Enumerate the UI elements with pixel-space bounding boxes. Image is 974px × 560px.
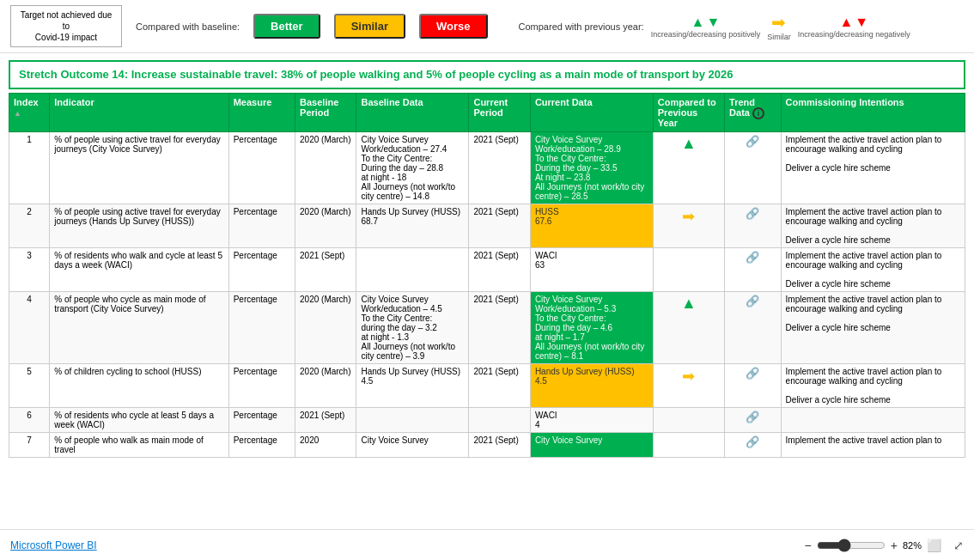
powerbi-link[interactable]: Microsoft Power BI	[10, 539, 97, 551]
cell-baseline-period: 2021 (Sept)	[295, 408, 356, 433]
th-baseline-period: Baseline Period	[295, 94, 356, 132]
main-content: Stretch Outcome 14: Increase sustainable…	[0, 53, 974, 465]
badge-worse[interactable]: Worse	[419, 14, 488, 39]
target-box: Target not achieved due to Covid-19 impa…	[10, 5, 122, 47]
cell-commissioning	[781, 408, 965, 433]
cell-commissioning: Implement the active travel action plan …	[781, 132, 965, 204]
cell-compared	[653, 433, 724, 458]
cell-baseline-data: Hands Up Survey (HUSS) 4.5	[356, 364, 469, 408]
cell-trend[interactable]: 🔗	[725, 204, 781, 248]
cell-trend[interactable]: 🔗	[725, 433, 781, 458]
cell-baseline-data	[356, 408, 469, 433]
cell-baseline-period: 2020 (March)	[295, 364, 356, 408]
cell-measure: Percentage	[228, 248, 295, 292]
cell-current-period: 2021 (Sept)	[469, 292, 530, 364]
cell-commissioning: Implement the active travel action plan …	[781, 364, 965, 408]
compared-baseline-label: Compared with baseline:	[136, 21, 240, 32]
trend-link-icon[interactable]: 🔗	[746, 435, 759, 448]
cell-measure: Percentage	[228, 132, 295, 204]
cell-indicator: % of residents who walk and cycle at lea…	[50, 248, 228, 292]
cell-current-period: 2021 (Sept)	[469, 248, 530, 292]
zoom-minus-button[interactable]: −	[805, 539, 812, 552]
cell-compared: ▲	[653, 292, 724, 364]
cell-current-period: 2021 (Sept)	[469, 132, 530, 204]
arrows-increasing-decreasing-pos: ▲ ▼ Increasing/decreasing positively	[651, 15, 761, 39]
cell-current-data: WACI 63	[530, 248, 653, 292]
cell-index: 2	[9, 204, 50, 248]
trend-link-icon[interactable]: 🔗	[746, 207, 759, 220]
zoom-percent: 82%	[903, 540, 922, 551]
table-row: 7% of people who walk as main mode of tr…	[9, 433, 965, 458]
th-indicator: Indicator	[50, 94, 228, 132]
arrows-increasing-decreasing-neg: ▲ ▼ Increasing/decreasing negatively	[798, 15, 910, 39]
cell-baseline-data: City Voice Survey	[356, 433, 469, 458]
cell-baseline-period: 2021 (Sept)	[295, 248, 356, 292]
cell-compared: ▲	[653, 132, 724, 204]
trend-right-arrow: ➡	[682, 368, 695, 385]
trend-link-icon[interactable]: 🔗	[746, 411, 759, 423]
cell-measure: Percentage	[228, 408, 295, 433]
trend-link-icon[interactable]: 🔗	[746, 135, 759, 148]
sort-arrow-index[interactable]: ▲	[14, 109, 21, 118]
cell-commissioning: Implement the active travel action plan …	[781, 433, 965, 458]
cell-index: 7	[9, 433, 50, 458]
cell-compared	[653, 248, 724, 292]
stretch-title: Stretch Outcome 14: Increase sustainable…	[9, 60, 965, 89]
table-row: 3% of residents who walk and cycle at le…	[9, 248, 965, 292]
cell-index: 6	[9, 408, 50, 433]
arrows-similar: ➡ Similar	[767, 12, 791, 41]
cell-current-period: 2021 (Sept)	[469, 204, 530, 248]
cell-indicator: % of children cycling to school (HUSS)	[50, 364, 228, 408]
th-measure: Measure	[228, 94, 295, 132]
cell-trend[interactable]: 🔗	[725, 132, 781, 204]
trend-up-arrow: ▲	[681, 295, 697, 312]
expand-icon[interactable]: ⤢	[953, 539, 964, 552]
cell-measure: Percentage	[228, 433, 295, 458]
cell-current-data: HUSS 67.6	[530, 204, 653, 248]
prev-year-section: Compared with previous year: ▲ ▼ Increas…	[519, 12, 910, 41]
cell-trend[interactable]: 🔗	[725, 292, 781, 364]
cell-compared: ➡	[653, 204, 724, 248]
arrow-up-green: ▲	[691, 15, 705, 30]
window-icon[interactable]: ⬜	[927, 539, 941, 552]
cell-measure: Percentage	[228, 292, 295, 364]
cell-current-data: WACI 4	[530, 408, 653, 433]
badge-similar[interactable]: Similar	[334, 14, 405, 39]
cell-baseline-data: Hands Up Survey (HUSS) 68.7	[356, 204, 469, 248]
cell-current-data: Hands Up Survey (HUSS) 4.5	[530, 364, 653, 408]
cell-current-data: City Voice Survey	[530, 433, 653, 458]
cell-indicator: % of people using active travel for ever…	[50, 204, 228, 248]
trend-up-arrow: ▲	[681, 135, 697, 152]
cell-baseline-period: 2020 (March)	[295, 292, 356, 364]
zoom-slider[interactable]	[817, 539, 886, 552]
trend-link-icon[interactable]: 🔗	[746, 367, 759, 380]
cell-commissioning: Implement the active travel action plan …	[781, 292, 965, 364]
arrow-right-yellow: ➡	[771, 12, 786, 33]
cell-measure: Percentage	[228, 204, 295, 248]
th-current-data: Current Data	[530, 94, 653, 132]
badge-better[interactable]: Better	[253, 14, 320, 39]
cell-indicator: % of people who cycle as main mode of tr…	[50, 292, 228, 364]
zoom-plus-button[interactable]: +	[891, 539, 898, 552]
table-row: 1% of people using active travel for eve…	[9, 132, 965, 204]
cell-commissioning: Implement the active travel action plan …	[781, 248, 965, 292]
cell-baseline-data: City Voice Survey Work/education – 27.4 …	[356, 132, 469, 204]
cell-measure: Percentage	[228, 364, 295, 408]
table-row: 6% of residents who cycle at least 5 day…	[9, 408, 965, 433]
top-bar: Target not achieved due to Covid-19 impa…	[0, 0, 974, 53]
zoom-controls: − + 82% ⬜ ⤢	[805, 539, 964, 552]
cell-trend[interactable]: 🔗	[725, 364, 781, 408]
th-index: Index ▲	[9, 94, 50, 132]
th-current-period: Current Period	[469, 94, 530, 132]
inc-dec-pos-label: Increasing/decreasing positively	[651, 30, 761, 39]
trend-link-icon[interactable]: 🔗	[746, 295, 759, 307]
trend-link-icon[interactable]: 🔗	[746, 251, 759, 264]
cell-baseline-period: 2020 (March)	[295, 132, 356, 204]
table-row: 2% of people using active travel for eve…	[9, 204, 965, 248]
cell-trend[interactable]: 🔗	[725, 248, 781, 292]
cell-commissioning: Implement the active travel action plan …	[781, 204, 965, 248]
trend-info-icon[interactable]: i	[752, 107, 764, 119]
cell-trend[interactable]: 🔗	[725, 408, 781, 433]
cell-index: 1	[9, 132, 50, 204]
cell-current-data: City Voice Survey Work/education – 5.3 T…	[530, 292, 653, 364]
